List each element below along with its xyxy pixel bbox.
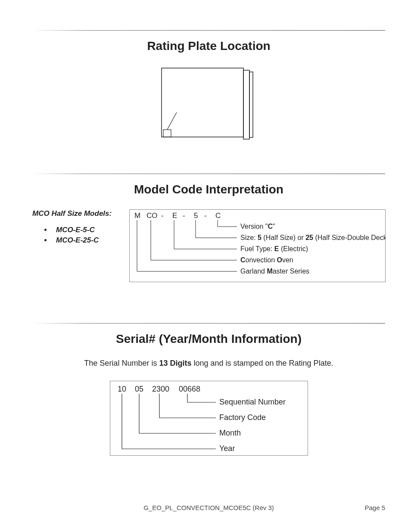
footer-center: G_EO_PL_CONVECTION_MCOE5C (Rev 3) <box>32 504 385 511</box>
svg-text:Year: Year <box>219 444 235 453</box>
svg-text:-: - <box>161 212 164 220</box>
svg-rect-3 <box>163 130 171 137</box>
section-model-code: Model Code Interpretation MCO Half Size … <box>32 174 385 284</box>
svg-text:E: E <box>172 212 177 220</box>
svg-text:00668: 00668 <box>179 385 200 393</box>
svg-rect-2 <box>249 72 253 137</box>
svg-rect-1 <box>243 70 249 139</box>
svg-text:-: - <box>204 212 207 220</box>
section-serial: Serial# (Year/Month Information) The Ser… <box>32 323 385 456</box>
model-list: MCO-E-5-C MCO-E-25-C <box>32 226 129 245</box>
svg-text:Size: 5 (Half Size) or 25 (Hal: Size: 5 (Half Size) or 25 (Half Size-Dou… <box>240 234 386 241</box>
heading-serial: Serial# (Year/Month Information) <box>32 332 385 346</box>
svg-text:5: 5 <box>194 212 198 220</box>
section-rule <box>32 30 385 31</box>
heading-rating: Rating Plate Location <box>32 39 385 53</box>
svg-text:Convection Oven: Convection Oven <box>240 256 293 264</box>
svg-text:-: - <box>183 212 185 220</box>
svg-line-4 <box>167 112 177 130</box>
svg-text:2300: 2300 <box>152 385 169 393</box>
serial-intro: The Serial Number is 13 Digits long and … <box>32 359 385 368</box>
svg-text:Version "C": Version "C" <box>240 223 275 230</box>
footer-page: Page 5 <box>364 504 385 511</box>
svg-text:Factory Code: Factory Code <box>219 413 266 422</box>
list-item: MCO-E-5-C <box>52 226 129 234</box>
svg-text:Fuel Type: E (Electric): Fuel Type: E (Electric) <box>240 245 308 252</box>
svg-text:Sequential Number: Sequential Number <box>219 398 286 406</box>
svg-rect-0 <box>162 68 243 137</box>
svg-text:10: 10 <box>118 385 126 393</box>
page-footer: G_EO_PL_CONVECTION_MCOE5C (Rev 3) Page 5 <box>32 504 385 511</box>
heading-model: Model Code Interpretation <box>32 183 385 196</box>
svg-text:M: M <box>134 212 140 220</box>
svg-text:05: 05 <box>135 385 143 393</box>
list-item: MCO-E-25-C <box>52 236 129 245</box>
oven-diagram <box>157 66 261 143</box>
svg-text:C: C <box>215 212 221 220</box>
models-subhead: MCO Half Size Models: <box>32 209 129 218</box>
svg-text:Garland Master Series: Garland Master Series <box>240 268 309 275</box>
svg-text:CO: CO <box>146 212 158 220</box>
serial-diagram: 10 05 2300 00668 Sequential Number Facto… <box>110 381 308 456</box>
section-rule <box>32 323 385 324</box>
model-code-diagram: M CO - E - 5 - C <box>129 209 386 284</box>
svg-text:Month: Month <box>219 429 241 437</box>
section-rule <box>32 174 385 174</box>
section-rating-plate: Rating Plate Location <box>32 30 385 143</box>
